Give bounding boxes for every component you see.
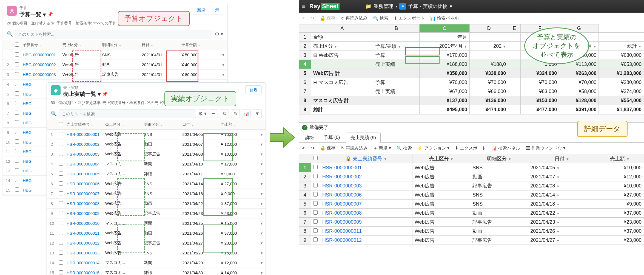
record-link[interactable]: HSR-0000000002 bbox=[320, 172, 412, 181]
chevron-down-icon[interactable]: ▾ bbox=[450, 3, 452, 9]
chart-icon[interactable]: 📊 bbox=[242, 109, 251, 118]
record-link[interactable]: HSR-0000000003 bbox=[320, 181, 412, 190]
search-button[interactable]: 🔍 検索 bbox=[373, 15, 388, 21]
record-link[interactable]: HSR-0000000011 bbox=[65, 228, 104, 238]
new-button[interactable]: 新規 bbox=[245, 85, 262, 94]
pivot-row[interactable]: 8マスコミ広告 計¥137,000¥136,000¥153,000¥128,00… bbox=[299, 96, 644, 105]
select-all-checkbox[interactable] bbox=[59, 122, 63, 126]
pivot-row[interactable]: 5Web広告 計¥358,000¥338,000¥324,000¥263,000… bbox=[299, 69, 644, 78]
record-link[interactable]: HSR-0000000007 bbox=[320, 200, 412, 209]
row-menu-icon[interactable]: ▾ bbox=[258, 268, 266, 275]
table-row[interactable]: 2HBG-0000000002Web広告動画2021/04/01¥ 40,000… bbox=[3, 60, 227, 70]
column-header[interactable]: 売上区分⌄ bbox=[104, 120, 142, 130]
record-link[interactable]: HSR-0000000012 bbox=[65, 238, 104, 248]
detail-row[interactable]: 5HSR-0000000007Web広告SNS2021/04/18 ▼¥9,00… bbox=[299, 200, 644, 209]
table-row[interactable]: 10HSR-0000000010マスコミ...新聞2021/04/25¥ 15,… bbox=[47, 218, 266, 228]
row-checkbox[interactable] bbox=[15, 130, 19, 134]
row-checkbox[interactable] bbox=[59, 172, 63, 176]
chevron-down-icon[interactable]: ▾ bbox=[43, 11, 46, 18]
record-link[interactable]: HSR-0000000009 bbox=[320, 218, 412, 227]
table-row[interactable]: 12HSR-0000000012Web広告記事広告2021/04/27¥ 23,… bbox=[47, 238, 266, 248]
column-header[interactable]: 売上額 ▼ bbox=[596, 154, 644, 163]
chevron-down-icon[interactable]: ▾ bbox=[98, 91, 101, 97]
record-link[interactable]: HSR-0000000015 bbox=[65, 268, 104, 275]
row-checkbox[interactable] bbox=[15, 120, 19, 124]
row-checkbox[interactable] bbox=[59, 142, 63, 146]
column-header[interactable]: 売上区分⌄ bbox=[61, 40, 101, 50]
record-link[interactable]: HSR-0000000014 bbox=[65, 258, 104, 268]
row-checkbox[interactable] bbox=[59, 241, 63, 245]
pivot-grid[interactable]: ABCDEFG1金額年月2売上区分▼予算/実績▼2021年4月▼202▼1年/7… bbox=[299, 24, 644, 114]
row-menu-icon[interactable]: ▾ bbox=[258, 209, 266, 218]
record-link[interactable]: HSR-0000000013 bbox=[65, 248, 104, 258]
row-menu-icon[interactable]: ▾ bbox=[258, 228, 266, 238]
budget-list-title[interactable]: 予算一覧 bbox=[19, 11, 41, 18]
row-checkbox[interactable] bbox=[313, 201, 318, 206]
col-header[interactable]: A bbox=[311, 24, 373, 33]
table-row[interactable]: 2HSR-0000000002Web広告動画2021/04/07¥ 12,000… bbox=[47, 139, 266, 149]
table-row[interactable]: 6HSR-0000000006Web広告SNS2021/04/14¥ 27,00… bbox=[47, 179, 266, 189]
record-link[interactable]: HBG-0000000003 bbox=[21, 70, 61, 80]
table-row[interactable]: 13HSR-0000000013Web広告SNS2021/05/20¥ 15,0… bbox=[47, 248, 266, 258]
table-row[interactable]: 8HSR-0000000008Web広告動画2021/04/22¥ 37,000… bbox=[47, 199, 266, 209]
table-row[interactable]: 5HSR-0000000005マスコミ...雑誌2021/04/11¥ 9,00… bbox=[47, 169, 266, 179]
pivot-row[interactable]: 2売上区分▼予算/実績▼2021年4月▼202▼1年/7月▼総計▼ bbox=[299, 42, 644, 51]
column-header[interactable]: 日付 ▼ bbox=[528, 154, 596, 163]
row-checkbox[interactable] bbox=[15, 62, 19, 66]
row-checkbox[interactable] bbox=[313, 237, 318, 242]
record-link[interactable]: HBG-0000000001 bbox=[21, 50, 61, 60]
row-menu-icon[interactable]: ▾ bbox=[258, 248, 266, 258]
row-menu-icon[interactable]: ▾ bbox=[220, 60, 227, 70]
row-checkbox[interactable] bbox=[59, 221, 63, 225]
row-checkbox[interactable] bbox=[59, 270, 63, 274]
row-checkbox[interactable] bbox=[59, 201, 63, 205]
column-header[interactable]: 🔒 売上実績番号 ▼ bbox=[320, 154, 412, 163]
record-link[interactable]: HSR-0000000002 bbox=[65, 139, 104, 149]
export-button[interactable]: ⬇ エクスポート bbox=[394, 15, 425, 21]
search-panel-button[interactable]: 📊 検索パネル bbox=[430, 15, 459, 21]
row-checkbox[interactable] bbox=[15, 91, 19, 96]
record-link[interactable]: HSR-0000000007 bbox=[65, 189, 104, 199]
row-menu-icon[interactable]: ▾ bbox=[258, 238, 266, 248]
row-checkbox[interactable] bbox=[15, 168, 19, 172]
row-checkbox[interactable] bbox=[15, 178, 19, 182]
table-icon[interactable]: ☰ bbox=[209, 109, 218, 118]
reload-button[interactable]: ↻ 再読み込み bbox=[341, 145, 367, 151]
row-checkbox[interactable] bbox=[59, 162, 63, 166]
search-button[interactable]: 🔍 検索 bbox=[397, 145, 412, 151]
detail-row[interactable]: 1HSR-0000000001Web広告SNS2021/04/05 ▼¥10,0… bbox=[299, 163, 644, 172]
row-menu-icon[interactable]: ▾ bbox=[258, 130, 266, 139]
record-link[interactable]: HSR-0000000008 bbox=[65, 199, 104, 209]
table-row[interactable]: 15HSR-0000000015マスコミ...雑誌2021/04/30¥ 14,… bbox=[47, 268, 266, 275]
filter-icon[interactable]: ▼ bbox=[253, 109, 262, 118]
tab-actual[interactable]: 売上実績 (9) bbox=[346, 133, 381, 143]
row-checkbox[interactable] bbox=[59, 181, 63, 186]
row-menu-icon[interactable]: ▾ bbox=[258, 169, 266, 179]
breadcrumb-folder[interactable]: 業務管理 bbox=[374, 3, 393, 10]
work-window-button[interactable]: ☰ 作業ウィンドウ ▾ bbox=[526, 145, 565, 151]
row-menu-icon[interactable]: ▾ bbox=[258, 199, 266, 209]
export-button[interactable]: ⬇ エクスポート bbox=[455, 145, 486, 151]
row-menu-icon[interactable]: ▾ bbox=[258, 189, 266, 199]
undo-button[interactable]: ↶ bbox=[302, 146, 306, 151]
col-header[interactable]: C bbox=[420, 24, 470, 33]
row-checkbox[interactable] bbox=[15, 52, 19, 57]
column-header[interactable]: 予算金額⌄ bbox=[180, 40, 220, 50]
display-button-trunc[interactable]: 示 bbox=[211, 6, 223, 15]
detail-row[interactable]: 3HSR-0000000003Web広告記事広告2021/04/08 ▼¥10,… bbox=[299, 181, 644, 190]
pivot-row[interactable]: 6⊟ マスコミ広告予算¥70,000¥70,000¥70,000¥70,000¥… bbox=[299, 78, 644, 87]
edit-icon[interactable]: ✎ bbox=[231, 109, 240, 118]
new-button[interactable]: ＋ 新規 ▾ bbox=[373, 145, 391, 151]
actual-list-title[interactable]: 売上実績一覧 bbox=[63, 90, 96, 98]
column-header[interactable]: 明細区分⌄ bbox=[142, 120, 181, 130]
row-checkbox[interactable] bbox=[15, 111, 19, 115]
undo-button[interactable]: ↶ bbox=[302, 16, 306, 21]
table-row[interactable]: 7HSR-0000000007Web広告SNS2021/04/18¥ 9,000… bbox=[47, 189, 266, 199]
gear-icon[interactable]: ⚙ ▾ bbox=[215, 30, 223, 38]
table-row[interactable]: 9HSR-0000000009Web広告記事広告2021/04/23¥ 23,0… bbox=[47, 209, 266, 218]
row-menu-icon[interactable]: ▾ bbox=[258, 159, 266, 169]
reload-button[interactable]: ↻ 再読み込み bbox=[341, 15, 367, 21]
table-row[interactable]: 14HSR-0000000014マスコミ...新聞2021/04/29¥ 12,… bbox=[47, 258, 266, 268]
row-checkbox[interactable] bbox=[59, 132, 63, 136]
redo-button[interactable]: ↷ bbox=[311, 146, 315, 151]
